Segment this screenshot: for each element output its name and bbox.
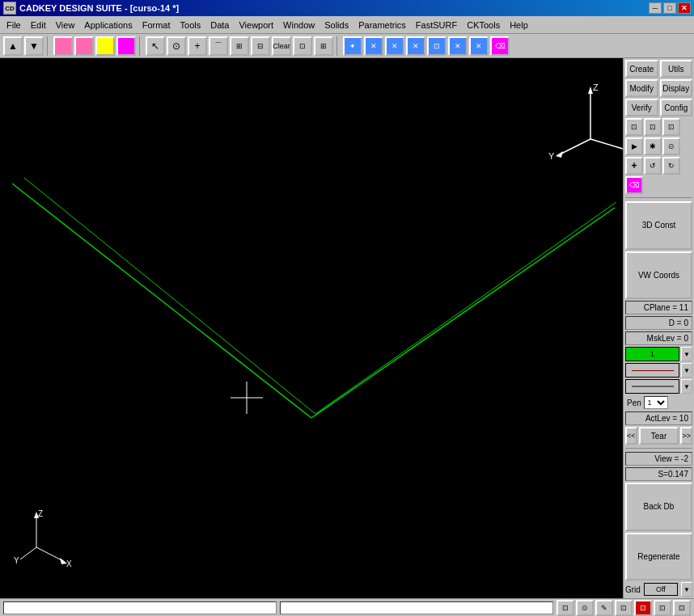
- toolbar-view-btn[interactable]: ⊡: [293, 36, 312, 56]
- color-selector-row: 1 ▼: [625, 347, 692, 361]
- status-icon-btn-5[interactable]: ⊡: [634, 600, 652, 616]
- toolbar-grid-btn[interactable]: ⊞: [230, 36, 249, 56]
- color-dropdown-btn[interactable]: ▼: [681, 347, 692, 361]
- rp-sep-2: [625, 448, 692, 449]
- maximize-button[interactable]: □: [663, 2, 676, 14]
- vw-coords-button[interactable]: VW Coords: [625, 251, 692, 300]
- rp-icon-btn-3[interactable]: ⊡: [662, 118, 680, 136]
- toolbar-snap-btn-1[interactable]: ✦: [343, 36, 362, 56]
- toolbar-snap-btn-7[interactable]: ✕: [469, 36, 489, 56]
- toolbar-snap-btn-3[interactable]: ✕: [385, 36, 404, 56]
- rp-icon-btn-4[interactable]: ▶: [625, 137, 643, 155]
- toolbar-cursor-btn[interactable]: ↖: [146, 36, 165, 56]
- toolbar-shape-btn-4[interactable]: [116, 36, 136, 56]
- svg-text:Y: Y: [14, 556, 19, 565]
- undo-btn[interactable]: ↺: [644, 157, 662, 175]
- menu-solids[interactable]: Solids: [319, 19, 353, 32]
- toolbar-snap-btn-6[interactable]: ✕: [448, 36, 468, 56]
- toolbar-shape-btn-2[interactable]: [74, 36, 94, 56]
- close-button[interactable]: ✕: [678, 2, 691, 14]
- backdb-button[interactable]: Back Db: [625, 483, 692, 531]
- status-icon-btn-4[interactable]: ⊡: [615, 600, 633, 616]
- toolbar-fit-btn[interactable]: ⊞: [314, 36, 333, 56]
- menu-tools[interactable]: Tools: [176, 19, 206, 32]
- color-box: 1: [625, 347, 679, 361]
- actlev-info: ActLev = 10: [625, 411, 692, 425]
- s-info: S=0.147: [625, 467, 692, 481]
- view-info: View = -2: [625, 452, 692, 466]
- toolbar-shape-btn-3[interactable]: [95, 36, 115, 56]
- toolbar: ▲ ▼ ↖ ⊙ + ⌒ ⊞ ⊟ Clear ⊡ ⊞ ✦ ✕ ✕ ✕ ⊡ ✕ ✕ …: [0, 34, 694, 58]
- rp-icon-btn-1[interactable]: ⊡: [625, 118, 643, 136]
- toolbar-down-btn[interactable]: ▼: [24, 36, 44, 56]
- toolbar-shape-btn-1[interactable]: [53, 36, 73, 56]
- menu-window[interactable]: Window: [278, 19, 319, 32]
- toolbar-erase-btn[interactable]: ⌫: [490, 36, 510, 56]
- menu-parametrics[interactable]: Parametrics: [353, 19, 411, 32]
- menu-cktools[interactable]: CKTools: [462, 19, 505, 32]
- viewport[interactable]: Z X Y Z X Y: [0, 58, 623, 598]
- menu-viewport[interactable]: Viewport: [234, 19, 278, 32]
- grid-label: Grid: [625, 585, 641, 594]
- menu-format[interactable]: Format: [138, 19, 176, 32]
- minimize-button[interactable]: ─: [649, 2, 662, 14]
- tear-nav-row: << Tear >>: [625, 427, 692, 445]
- menu-help[interactable]: Help: [505, 19, 533, 32]
- menu-fastsurf[interactable]: FastSURF: [411, 19, 462, 32]
- tear-button[interactable]: Tear: [639, 427, 679, 445]
- line-style-row1: ▼: [625, 363, 692, 378]
- create-button[interactable]: Create: [625, 60, 658, 78]
- redo-btn[interactable]: ↻: [662, 157, 680, 175]
- toolbar-snap-btn-4[interactable]: ✕: [406, 36, 425, 56]
- rp-icon-btn-5[interactable]: ✱: [644, 137, 662, 155]
- display-button[interactable]: Display: [660, 79, 693, 97]
- toolbar-up-btn[interactable]: ▲: [3, 36, 23, 56]
- status-icon-btn-3[interactable]: ✎: [595, 600, 613, 616]
- status-icon-btn-6[interactable]: ⊡: [654, 600, 671, 616]
- status-icon-btn-1[interactable]: ⊡: [556, 600, 574, 616]
- toolbar-separator-2: [139, 36, 142, 56]
- line-style-dropdown-1[interactable]: ▼: [681, 363, 692, 378]
- zoom-undo-redo-row: + ↺ ↻: [625, 157, 692, 175]
- toolbar-arc-btn[interactable]: ⌒: [209, 36, 228, 56]
- right-panel: Create Utils Modify Display Verify Confi…: [623, 58, 694, 598]
- menu-edit[interactable]: Edit: [26, 19, 51, 32]
- msklev-info: MskLev = 0: [625, 331, 692, 345]
- toolbar-zoom-btn[interactable]: ⊙: [167, 36, 186, 56]
- zoom-plus-btn[interactable]: +: [625, 157, 643, 175]
- verify-button[interactable]: Verify: [625, 99, 658, 116]
- eraser-btn[interactable]: ⌫: [625, 176, 643, 194]
- modify-button[interactable]: Modify: [625, 79, 658, 97]
- toolbar-clear-btn[interactable]: Clear: [272, 36, 291, 56]
- toolbar-grid2-btn[interactable]: ⊟: [251, 36, 270, 56]
- nav-left-button[interactable]: <<: [625, 427, 637, 445]
- rp-icon-btn-2[interactable]: ⊡: [644, 118, 662, 136]
- regenerate-button[interactable]: Regenerate: [625, 533, 692, 581]
- toolbar-plus-btn[interactable]: +: [188, 36, 207, 56]
- titlebar: CD CADKEY DESIGN SUITE - [curso-14 *] ─ …: [0, 0, 694, 16]
- grid-value-box: Off: [644, 583, 678, 596]
- config-button[interactable]: Config: [660, 99, 693, 116]
- pen-select[interactable]: 1 2 3: [644, 396, 668, 409]
- svg-text:X: X: [66, 559, 72, 568]
- toolbar-separator-3: [336, 36, 340, 56]
- eraser-row: ⌫: [625, 176, 692, 194]
- nav-right-button[interactable]: >>: [680, 427, 692, 445]
- menu-data[interactable]: Data: [205, 19, 234, 32]
- menu-file[interactable]: File: [2, 19, 26, 32]
- line-style-dropdown-2[interactable]: ▼: [681, 379, 692, 394]
- 3d-const-button[interactable]: 3D Const: [625, 201, 692, 250]
- menu-applications[interactable]: Applications: [79, 19, 137, 32]
- svg-text:Z: Z: [38, 509, 43, 518]
- status-icon-btn-2[interactable]: ⊙: [576, 600, 594, 616]
- utils-button[interactable]: Utils: [660, 60, 693, 78]
- create-utils-row: Create Utils: [625, 60, 692, 78]
- app-icon: CD: [3, 2, 16, 15]
- status-icon-btn-7[interactable]: ⊡: [673, 600, 691, 616]
- toolbar-snap-btn-5[interactable]: ⊡: [427, 36, 446, 56]
- grid-dropdown-btn[interactable]: ▼: [681, 582, 692, 597]
- toolbar-snap-btn-2[interactable]: ✕: [364, 36, 383, 56]
- rp-icon-btn-6[interactable]: ⊙: [662, 137, 680, 155]
- menu-view[interactable]: View: [51, 19, 80, 32]
- status-left-field: [3, 601, 277, 614]
